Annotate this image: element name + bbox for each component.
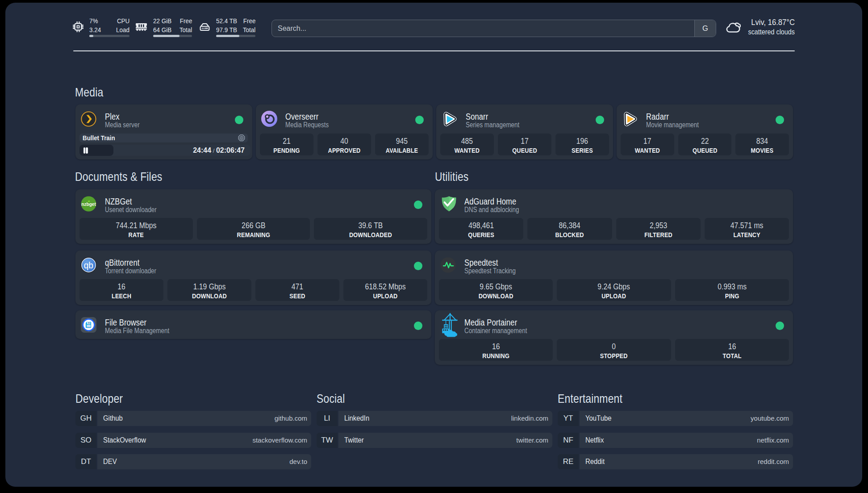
svg-text:nzbget: nzbget — [81, 201, 96, 207]
svg-text:qb: qb — [84, 260, 93, 270]
